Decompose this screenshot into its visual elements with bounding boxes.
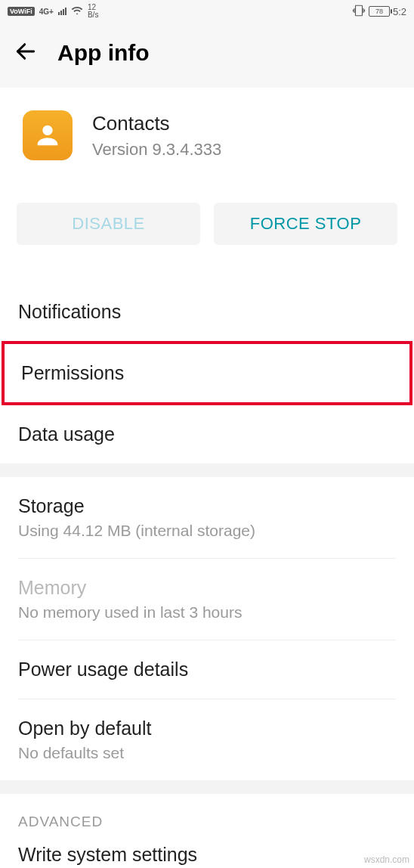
row-title: Permissions — [21, 362, 393, 384]
write-system-settings-row[interactable]: Write system settings Yes — [18, 838, 396, 868]
row-title: Write system settings — [18, 844, 396, 866]
row-title: Notifications — [18, 301, 396, 323]
force-stop-button[interactable]: FORCE STOP — [214, 203, 397, 245]
vibrate-icon — [352, 4, 366, 20]
row-title: Data usage — [18, 423, 396, 445]
row-subtitle: No defaults set — [18, 744, 396, 762]
list-group-advanced: Write system settings Yes — [0, 838, 414, 868]
watermark: wsxdn.com — [364, 854, 409, 865]
advanced-header: ADVANCED — [0, 794, 414, 838]
app-version: Version 9.3.4.333 — [92, 140, 221, 160]
clock: 5:2 — [393, 6, 406, 17]
signal-icon — [58, 8, 66, 15]
power-usage-row[interactable]: Power usage details — [18, 640, 396, 699]
contacts-app-icon — [23, 110, 73, 160]
vowifi-badge: VoWiFi — [8, 7, 35, 16]
row-title: Open by default — [18, 718, 396, 739]
network-type: 4G+ — [39, 8, 54, 16]
storage-row[interactable]: Storage Using 44.12 MB (internal storage… — [18, 477, 396, 558]
app-identity: Contacts Version 9.3.4.333 — [0, 88, 414, 168]
action-buttons: DISABLE FORCE STOP — [0, 168, 414, 254]
row-subtitle: Using 44.12 MB (internal storage) — [18, 522, 396, 540]
section-divider — [0, 463, 414, 477]
back-arrow-icon[interactable] — [14, 39, 38, 67]
row-title: Memory — [18, 577, 396, 599]
battery-icon: 78 — [369, 6, 390, 17]
permissions-row[interactable]: Permissions — [2, 341, 412, 405]
app-bar: App info — [0, 23, 414, 88]
data-usage-row[interactable]: Data usage — [18, 405, 396, 463]
row-subtitle: No memory used in last 3 hours — [18, 603, 396, 622]
app-name: Contacts — [92, 112, 221, 135]
status-bar: VoWiFi 4G+ 12 B/s 78 5:2 — [0, 0, 414, 23]
list-group-2: Storage Using 44.12 MB (internal storage… — [0, 477, 414, 780]
notifications-row[interactable]: Notifications — [18, 283, 396, 341]
row-title: Power usage details — [18, 659, 396, 680]
data-speed: 12 B/s — [88, 4, 98, 19]
section-divider — [0, 780, 414, 794]
row-title: Storage — [18, 495, 396, 517]
list-group-1: Notifications Permissions Data usage — [0, 283, 414, 463]
page-title: App info — [57, 40, 150, 66]
disable-button[interactable]: DISABLE — [17, 203, 200, 245]
memory-row[interactable]: Memory No memory used in last 3 hours — [18, 559, 396, 640]
wifi-icon — [71, 5, 83, 19]
open-by-default-row[interactable]: Open by default No defaults set — [18, 699, 396, 780]
